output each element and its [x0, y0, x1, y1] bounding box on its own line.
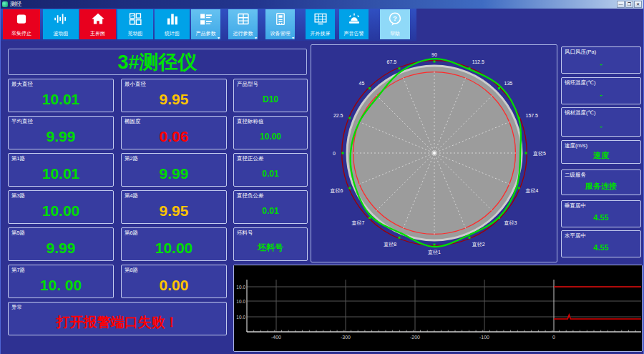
metric-value: 9.95	[123, 87, 225, 111]
btn-external-screen[interactable]: 开外接屏	[306, 9, 335, 39]
svg-text:112.5: 112.5	[472, 59, 484, 64]
list-icon	[198, 11, 213, 26]
svg-text:135: 135	[504, 81, 513, 86]
metric-cell: 第2路 9.99	[121, 153, 227, 187]
metric-cell: 最小直径 9.95	[121, 79, 227, 112]
metric-cell: 二级服务 服务连接	[561, 169, 641, 195]
svg-text:直径8: 直径8	[384, 242, 396, 247]
metric-cell: 垂直居中 4.55	[561, 200, 641, 227]
metric-cell: 钢材温度(℃) -	[561, 107, 641, 137]
gauge-title: 3#测径仪	[117, 49, 197, 75]
toolbar-button-label: 采集停止	[3, 30, 40, 37]
metric-cell: 第1路 10.01	[8, 153, 114, 187]
metric-value: 0.01	[235, 199, 306, 222]
alarm-message: 打开报警端口失败！	[9, 310, 226, 335]
toolbar-button-label: 帮助	[380, 30, 410, 37]
metric-value: 坯料号	[235, 236, 306, 260]
svg-text:直径6: 直径6	[331, 188, 343, 194]
svg-text:-400: -400	[271, 335, 281, 340]
diameter-gauge-window: 测径 —❐✕ 采集停止 波动图 主界面 晃动图 统计图 产品参数 ▾ 运行参数 …	[0, 0, 644, 354]
alarm-icon	[346, 11, 361, 26]
btn-device-mgmt[interactable]: 设备管理 ▾	[265, 9, 295, 39]
svg-text:直径5: 直径5	[533, 151, 546, 157]
metric-value: 9.99	[123, 162, 225, 185]
svg-text:-100: -100	[479, 335, 489, 340]
metric-cell: 第5路 9.99	[8, 227, 114, 261]
metric-cell: 产品型号 D10	[233, 79, 308, 112]
btn-main-screen[interactable]: 主界面	[79, 9, 116, 39]
metric-cell: 第4路 9.95	[121, 190, 227, 224]
metric-value: 9.95	[123, 199, 225, 222]
restore-button[interactable]: ❐	[625, 1, 633, 8]
svg-text:10.0: 10.0	[236, 299, 245, 304]
home-icon	[90, 11, 105, 26]
metric-cell: 第3路 10.00	[8, 190, 114, 224]
help-icon: ?	[388, 11, 403, 26]
toolbar-button-label: 主界面	[79, 30, 116, 37]
metric-cell: 钢坯温度(℃) -	[561, 77, 641, 104]
metric-cell: 最大直径 10.01	[8, 79, 114, 112]
metric-value: 10.00	[235, 124, 306, 148]
metric-value: 9.99	[10, 124, 112, 148]
metric-value: -	[563, 116, 639, 135]
svg-text:157.5: 157.5	[525, 113, 538, 118]
svg-text:10.0: 10.0	[236, 285, 245, 290]
svg-text:?: ?	[393, 14, 397, 22]
screen-icon	[313, 11, 328, 26]
app-icon	[2, 1, 8, 7]
stop-icon	[14, 11, 29, 26]
close-button[interactable]: ✕	[634, 1, 642, 8]
metric-cell: 风口风压(Pa) -	[561, 46, 641, 74]
metric-value: -	[563, 55, 639, 72]
toolbar-button-label: 波动图	[43, 30, 79, 37]
trend-chart: -400-300-200-100010.010.010.0	[234, 265, 642, 351]
metric-value: 服务连接	[563, 178, 639, 194]
chevron-down-icon: ▾	[255, 35, 257, 40]
metric-value: 速度	[563, 149, 639, 162]
device-icon	[273, 11, 288, 26]
metric-value: 0.00	[123, 273, 225, 297]
multiwindow-icon	[128, 11, 143, 26]
btn-help[interactable]: ? 帮助	[380, 9, 410, 39]
trend-chart-panel: -400-300-200-100010.010.010.0	[233, 265, 643, 352]
btn-run-params[interactable]: 运行参数 ▾	[228, 9, 258, 39]
toolbar-button-label: 设备管理	[265, 30, 295, 37]
svg-text:直径1: 直径1	[428, 250, 441, 255]
toolbar-button-label: 开外接屏	[306, 30, 335, 37]
gauge-title-panel: 3#测径仪	[8, 49, 307, 75]
chevron-down-icon: ▾	[218, 35, 220, 40]
metric-value: 4.55	[563, 239, 639, 256]
toolbar-button-label: 晃动图	[117, 30, 153, 37]
alarm-panel: 异常 打开报警端口失败！	[8, 302, 227, 335]
metric-value: D10	[235, 87, 306, 111]
metric-cell: 第6路 10.00	[121, 227, 227, 261]
window-title: 测径	[10, 0, 21, 9]
svg-text:10.0: 10.0	[236, 315, 245, 320]
svg-text:67.5: 67.5	[387, 59, 397, 64]
metric-value: 10.01	[10, 87, 112, 111]
metric-cell: 椭圆度 0.06	[121, 116, 227, 149]
minimize-button[interactable]: —	[617, 1, 625, 8]
svg-text:-200: -200	[410, 335, 420, 340]
svg-text:22.5: 22.5	[333, 113, 343, 118]
btn-product-params[interactable]: 产品参数 ▾	[191, 9, 220, 39]
btn-stop-collect[interactable]: 采集停止	[3, 9, 40, 39]
chevron-down-icon: ▾	[292, 35, 294, 40]
svg-text:-300: -300	[341, 335, 351, 340]
btn-wave-chart[interactable]: 波动图	[43, 9, 79, 39]
grid-icon	[235, 11, 250, 26]
metric-value: 10.00	[123, 236, 225, 260]
metric-value: 9.99	[10, 236, 112, 260]
metric-cell: 速度(m/s) 速度	[561, 140, 641, 164]
metric-cell: 第7路 10. 00	[8, 265, 114, 298]
toolbar-button-label: 统计图	[155, 30, 190, 37]
cross-section-polar-chart: 022.54567.590112.5135157.5直径5直径4直径3直径2直径…	[311, 44, 557, 262]
metric-cell: 直径正公差 0.01	[233, 153, 308, 187]
svg-text:90: 90	[431, 52, 437, 57]
btn-sound-alarm[interactable]: 声音告警	[339, 9, 369, 39]
btn-shake-chart[interactable]: 晃动图	[117, 9, 153, 39]
btn-stats-chart[interactable]: 统计图	[155, 9, 190, 39]
svg-text:0: 0	[333, 151, 336, 156]
waveform-icon	[54, 11, 69, 26]
toolbar-button-label: 声音告警	[339, 30, 369, 37]
